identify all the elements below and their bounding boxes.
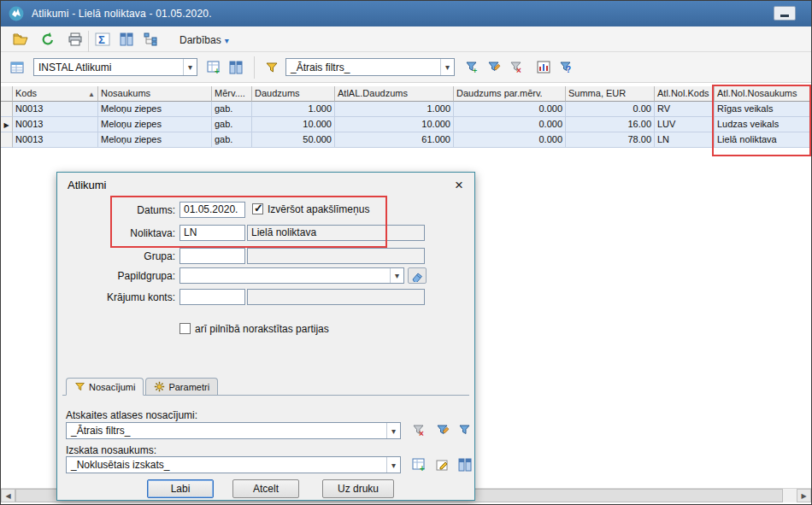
columns-icon[interactable]	[117, 30, 136, 49]
app-icon	[8, 5, 25, 22]
darbibas-menu[interactable]: Darbības	[176, 32, 232, 48]
print-button[interactable]: Uz druku	[322, 479, 394, 498]
filter-icon[interactable]	[456, 422, 474, 439]
cell-nosaukums[interactable]: Meloņu ziepes	[98, 102, 212, 117]
cell-summa[interactable]: 78.00	[566, 132, 655, 148]
edit-view-icon[interactable]	[433, 456, 452, 473]
tab-parametri-label: Parametri	[168, 382, 209, 392]
krajumu-konts-name-field	[247, 289, 425, 305]
row-selector[interactable]	[1, 132, 13, 148]
add-view-icon[interactable]: +	[204, 58, 223, 77]
close-icon	[455, 178, 463, 193]
table-row[interactable]: N0013 Meloņu ziepes gab. 50.000 61.000 0…	[1, 132, 811, 148]
grupa-name-field	[247, 248, 425, 264]
main-toolbar: Σ Darbības	[1, 26, 811, 52]
chart-icon[interactable]	[534, 58, 553, 77]
view-columns-icon[interactable]	[227, 58, 245, 77]
table-row-selected[interactable]: N0013 Meloņu ziepes gab. 10.000 10.000 0…	[1, 117, 811, 132]
cell-atlal-daudzums[interactable]: 10.000	[335, 117, 454, 132]
filter-add-icon[interactable]: +	[462, 58, 481, 77]
filter-help-icon[interactable]: ?	[556, 58, 575, 77]
view-list-icon[interactable]	[8, 58, 26, 77]
tab-nosacijumi-label: Nosacījumi	[89, 382, 135, 392]
tab-nosacijumi[interactable]: Nosacījumi	[66, 378, 144, 396]
quick-filter-selector[interactable]: _Ātrais filtrs_	[285, 58, 455, 76]
quick-filter-value: _Ātrais filtrs_	[286, 62, 440, 73]
scroll-right-icon[interactable]	[797, 489, 811, 502]
norakstitas-partijas-label: arī pilnībā norakstītas partijas	[195, 323, 329, 335]
view-selector-value: INSTAL Atlikumi	[34, 62, 183, 73]
papildgrupa-selector[interactable]	[179, 267, 404, 284]
column-header-daudzums[interactable]: Daudzums	[252, 86, 335, 102]
open-icon[interactable]	[11, 30, 30, 49]
column-header-summa-eur[interactable]: Summa, EUR	[566, 86, 655, 102]
cell-summa[interactable]: 0.00	[566, 102, 655, 117]
cancel-button[interactable]: Atcelt	[232, 479, 299, 498]
cell-nosaukums[interactable]: Meloņu ziepes	[98, 117, 212, 132]
column-header-merv[interactable]: Mērv....	[212, 86, 252, 102]
atlases-selector[interactable]: _Ātrais filtrs_	[66, 422, 401, 439]
cell-merv[interactable]: gab.	[212, 117, 252, 132]
filter-edit-icon[interactable]	[433, 422, 452, 439]
filter-edit-icon[interactable]	[485, 58, 503, 77]
chevron-down-icon	[183, 59, 197, 75]
izskats-selector[interactable]: _Noklusētais izskats_	[66, 456, 401, 473]
add-view-icon[interactable]: +	[409, 456, 428, 473]
cell-daudzums-par-merv[interactable]: 0.000	[454, 117, 566, 132]
krajumu-konts-input[interactable]	[179, 289, 245, 305]
cell-summa[interactable]: 16.00	[566, 117, 655, 132]
atlases-label: Atskaites atlases nosacījumi:	[66, 409, 197, 421]
cell-daudzums[interactable]: 10.000	[252, 117, 335, 132]
column-header-nosaukums[interactable]: Nosaukums	[98, 86, 212, 102]
refresh-icon[interactable]	[38, 30, 57, 49]
view-selector[interactable]: INSTAL Atlikumi	[33, 58, 197, 76]
title-bar: Atlikumi - Lielā noliktava - 01.05.2020.	[1, 1, 811, 26]
ok-button[interactable]: Labi	[147, 479, 214, 498]
column-header-daudzums-par-merv[interactable]: Daudzums par.mērv.	[454, 86, 566, 102]
cell-daudzums[interactable]: 50.000	[252, 132, 335, 148]
cell-atlal-daudzums[interactable]: 1.000	[335, 102, 454, 117]
svg-text:+: +	[473, 67, 477, 74]
cell-atlal-daudzums[interactable]: 61.000	[335, 132, 454, 148]
cell-atl-nol-kods[interactable]: LN	[655, 132, 715, 148]
column-header-atlal-daudzums[interactable]: AtlAL.Daudzums	[335, 86, 454, 102]
print-icon[interactable]	[66, 30, 85, 49]
cell-daudzums-par-merv[interactable]: 0.000	[454, 102, 566, 117]
tab-parametri[interactable]: Parametri	[145, 378, 218, 395]
view-columns-icon[interactable]	[456, 456, 474, 473]
svg-text:Σ: Σ	[98, 33, 105, 46]
cell-merv[interactable]: gab.	[212, 132, 252, 148]
row-selector[interactable]	[1, 102, 13, 117]
papildgrupa-label: Papildgrupa:	[64, 270, 175, 282]
column-header-kods[interactable]: Kods	[13, 86, 98, 102]
svg-text:×: ×	[516, 66, 521, 74]
sum-icon[interactable]: Σ	[93, 30, 112, 49]
filter-clear-icon[interactable]: ×	[507, 58, 526, 77]
minimize-button[interactable]	[774, 6, 796, 21]
filter-funnel-icon[interactable]	[262, 58, 281, 77]
cell-nosaukums[interactable]: Meloņu ziepes	[98, 132, 212, 148]
svg-text:+: +	[420, 464, 425, 473]
cell-daudzums[interactable]: 1.000	[252, 102, 335, 117]
column-header-atl-nol-kods[interactable]: Atl.Nol.Kods	[655, 86, 715, 102]
cell-atl-nol-kods[interactable]: LUV	[655, 117, 715, 132]
cell-kods[interactable]: N0013	[13, 132, 98, 148]
current-row-marker-icon[interactable]	[1, 117, 13, 132]
cell-daudzums-par-merv[interactable]: 0.000	[454, 132, 566, 148]
grupa-input[interactable]	[179, 248, 245, 264]
tree-view-icon[interactable]	[141, 30, 160, 49]
eraser-icon	[411, 270, 423, 282]
clear-button[interactable]	[408, 267, 427, 284]
dialog-title: Atlikumi	[68, 179, 107, 191]
table-row[interactable]: N0013 Meloņu ziepes gab. 1.000 1.000 0.0…	[1, 102, 811, 117]
izskats-value: _Noklusētais izskats_	[67, 459, 386, 471]
filter-clear-icon[interactable]: ×	[409, 422, 428, 439]
cell-kods[interactable]: N0013	[13, 117, 98, 132]
close-button[interactable]	[450, 177, 468, 194]
scroll-left-icon[interactable]	[1, 489, 15, 502]
norakstitas-partijas-checkbox[interactable]	[179, 323, 191, 334]
cell-merv[interactable]: gab.	[212, 102, 252, 117]
sort-asc-icon	[88, 86, 95, 102]
cell-atl-nol-kods[interactable]: RV	[655, 102, 715, 117]
cell-kods[interactable]: N0013	[13, 102, 98, 117]
